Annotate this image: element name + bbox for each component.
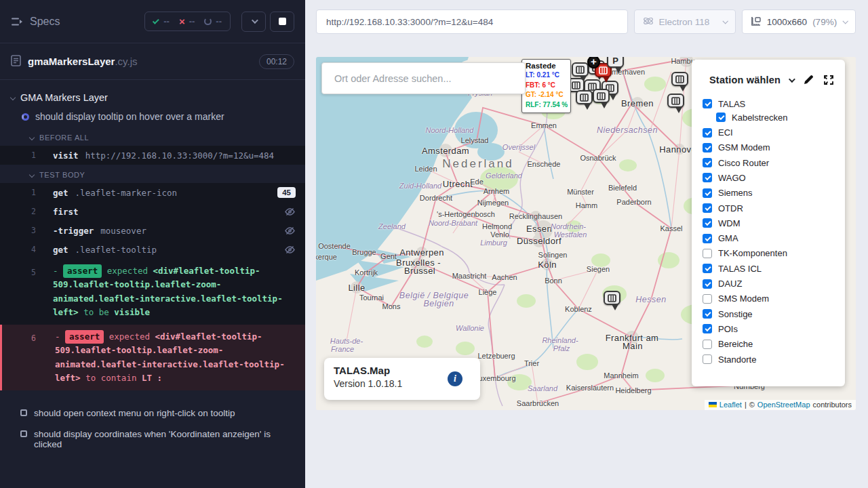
station-label: GMA [718,233,738,243]
pending-test-title: should display coordinates when 'Koordin… [34,429,294,449]
spec-row[interactable]: gmaMarkersLayer.cy.js 00:12 [0,43,305,80]
station-checkbox[interactable] [703,188,712,198]
active-test-row[interactable]: should display tooltip on hover over a m… [0,106,305,127]
station-label: Siemens [718,188,753,198]
command-number: 5 [31,266,36,279]
test-stats: -- ×-- -- [144,12,231,31]
pending-test-row[interactable]: should display coordinates when 'Koordin… [0,424,305,455]
station-checkbox[interactable] [703,218,712,228]
command-row[interactable]: 4 get .leaflet-tooltip [0,240,305,259]
station-row: Sonstige [703,309,845,319]
command-name: first [53,207,79,217]
station-label: DAUZ [718,279,742,289]
station-row: ECI [703,128,845,138]
attribution-separator: | [745,401,747,409]
invisible-eye-icon [284,207,296,216]
command-message: .leaflet-marker-icon [75,188,278,198]
map-search [321,62,526,94]
station-checkbox[interactable] [703,99,712,108]
hook-before-all[interactable]: BEFORE ALL [0,127,305,146]
station-checkbox[interactable] [703,158,712,167]
assert-badge: assert [63,264,102,278]
search-input[interactable] [322,73,525,84]
chevron-down-icon [722,18,728,24]
assert-value: visible [114,307,150,317]
station-checkbox[interactable] [716,113,726,122]
assert-badge: assert [65,330,104,344]
suite-row[interactable]: GMA Markers Layer [0,89,305,106]
stat-pending: -- [204,16,222,26]
assert-dash: - [53,266,58,276]
stop-button[interactable] [270,12,294,32]
hook-test-body[interactable]: TEST BODY [0,165,305,183]
edit-pencil-icon[interactable] [803,75,814,85]
station-label: TALAS ICL [718,264,762,274]
collapse-button[interactable] [241,12,266,32]
station-checkbox[interactable] [703,354,712,364]
station-checkbox[interactable] [703,264,712,273]
station-label: WAGO [718,173,746,183]
viewport-selector[interactable]: 1000x660 (79%) [742,9,856,34]
command-row[interactable]: 2 first [0,202,305,221]
assert-expected: expected [107,266,148,276]
station-panel: Station wählen TALAS Kabelstr [692,60,845,386]
station-checkbox[interactable] [703,203,712,213]
command-message: mouseover [100,226,284,236]
marker-pin [667,94,684,108]
station-checkbox[interactable] [703,249,712,258]
specs-title[interactable]: Specs [30,16,60,28]
map-marker[interactable]: + [587,57,601,69]
invisible-eye-icon [284,226,296,235]
station-label: TK-Komponenten [718,248,787,258]
station-checkbox[interactable] [703,173,712,182]
map-marker[interactable] [667,94,685,117]
chevron-down-icon[interactable] [789,76,795,83]
command-row[interactable]: 1 visit http://192.168.10.33:3000/?m=12&… [0,146,305,165]
command-number: 2 [31,207,36,216]
tooltip-measurement: GT: -2.14 °C [526,90,567,100]
assert-row-passed[interactable]: 5 - assert expected <div#leaflet-tooltip… [0,259,305,325]
expand-fullscreen-icon[interactable] [823,75,834,85]
marker-glyph: + [591,57,597,66]
pending-test-title: should open context menu on right-click … [34,408,235,418]
command-row[interactable]: 3 -trigger mouseover [0,221,305,240]
leaflet-link[interactable]: Leaflet [719,401,742,409]
station-row: Bereiche [703,340,845,349]
station-label: GSM Modem [718,142,770,152]
leaflet-map[interactable]: Hamburg Bremerhaven Bremen Niedersachsen… [316,57,856,410]
station-checkbox[interactable] [703,294,712,304]
browser-selector[interactable]: Electron 118 [634,9,736,34]
assert-condition: to contain [85,373,136,383]
station-checkbox[interactable] [703,279,712,289]
station-label: ECI [718,127,733,138]
station-label: TALAS [718,99,745,109]
command-row[interactable]: 1 get .leaflet-marker-icon 45 [0,183,305,202]
url-input[interactable] [316,9,628,34]
map-marker[interactable]: P [607,57,625,77]
map-marker[interactable] [671,72,689,95]
version-box: TALAS.Map Version 1.0.18.1 i [324,358,480,400]
marker-tooltip[interactable]: Rastede LT: 0.21 °C FBT: 6 °C GT: -2.14 … [521,59,571,113]
station-checkbox[interactable] [703,143,712,152]
station-checkbox[interactable] [703,324,712,333]
marker-pin [604,291,620,305]
map-marker[interactable] [593,89,610,112]
info-icon[interactable]: i [448,371,462,386]
marker-pin [572,62,589,77]
station-label: SMS Modem [718,293,769,304]
pending-test-row[interactable]: should open context menu on right-click … [0,403,305,424]
station-checkbox[interactable] [703,309,712,319]
station-checkbox[interactable] [703,128,712,138]
station-checkbox[interactable] [703,340,712,349]
assert-row-failed[interactable]: 6 - assert expected <div#leaflet-tooltip… [0,325,305,390]
station-row: TALAS [703,99,845,108]
spec-name: gmaMarkersLayer [28,56,115,67]
station-row: POIs [703,324,845,333]
map-marker[interactable] [576,90,593,113]
osm-link[interactable]: OpenStreetMap [757,401,810,409]
map-marker[interactable] [604,291,621,314]
station-checkbox[interactable] [703,234,712,243]
reporter-header: Specs -- ×-- -- [0,0,305,43]
specs-menu-icon[interactable] [11,17,23,26]
panel-title[interactable]: Station wählen [709,75,781,85]
